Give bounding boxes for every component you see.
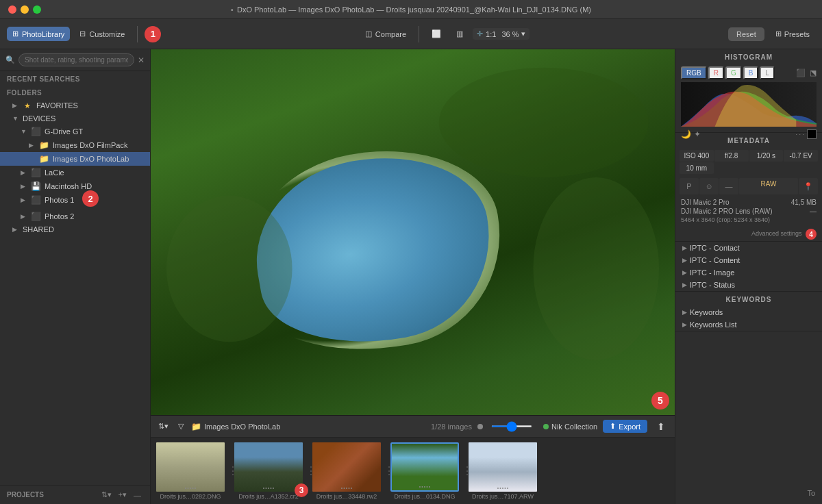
projects-add-button[interactable]: +▾ [116, 490, 129, 500]
iptc-status-item[interactable]: ▶ IPTC - Status [675, 279, 822, 291]
histogram-svg [681, 82, 817, 127]
iptc-contact-item[interactable]: ▶ IPTC - Contact [675, 242, 822, 254]
filmpack-icon: 📁 [39, 140, 49, 150]
gdrive-item[interactable]: ▼ ⬛ G-Drive GT [0, 125, 150, 138]
folders-header: FOLDERS [0, 85, 150, 99]
meta-face-button[interactable]: ☺ [699, 178, 719, 194]
thumb-label-4: Droits jus…0134.DNG [394, 493, 455, 500]
projects-sort-button[interactable]: ⇅▾ [99, 490, 114, 500]
export-button[interactable]: ⬆ Export [603, 420, 647, 433]
hist-tab-g[interactable]: G [725, 66, 742, 79]
minimize-button[interactable] [21, 5, 29, 14]
meta-p-button[interactable]: P [680, 178, 699, 194]
view-mode-icon: ▥ [456, 29, 463, 38]
photos1-icon: ⬛ [31, 195, 40, 205]
filmstrip: ⇅▾ ▽ 📁 Images DxO PhotoLab 1/28 images N… [151, 415, 675, 504]
photo-library-tab[interactable]: ⊞ PhotoLibrary [7, 27, 70, 41]
hist-tab-r[interactable]: R [708, 66, 724, 79]
hist-star-button[interactable]: ✦ [694, 129, 701, 139]
lacie-item[interactable]: ▶ ⬛ LaCie [0, 166, 150, 179]
hist-controls: 🌙 ✦ · · · [681, 129, 817, 139]
shared-item[interactable]: ▶ SHARED [0, 223, 150, 236]
iptc-content-item[interactable]: ▶ IPTC - Content [675, 254, 822, 266]
hist-range-dots: · · · [795, 131, 804, 138]
keywords-arrow: ▶ [682, 309, 687, 316]
right-panel: HISTOGRAM RGB R G B L ⬛ ⬔ [675, 49, 822, 504]
iptc-section: ▶ IPTC - Contact ▶ IPTC - Content ▶ IPTC… [675, 242, 822, 292]
metadata-section: METADATA ISO 400 f/2.8 1/20 s -0.7 EV 10… [675, 133, 822, 242]
iptc-image-arrow: ▶ [682, 269, 687, 276]
aerial-image [151, 49, 675, 415]
thumb-label-5: Droits jus…7107.ARW [472, 493, 534, 500]
macintosh-item[interactable]: ▶ 💾 Macintosh HD [0, 179, 150, 193]
photos2-item[interactable]: ▶ ⬛ Photos 2 [0, 210, 150, 223]
gdrive-arrow: ▼ [21, 128, 29, 135]
thumbnail-2[interactable]: ••••• 3 Droits jus…A1352.cr2 [234, 442, 303, 500]
lacie-arrow: ▶ [21, 169, 29, 176]
thumbnail-5[interactable]: ••••• Droits jus…7107.ARW [469, 442, 537, 500]
thumbnail-3[interactable]: ••••• Droits jus…33448.rw2 [312, 442, 381, 500]
filmstrip-toolbar: ⇅▾ ▽ 📁 Images DxO PhotoLab 1/28 images N… [151, 416, 675, 438]
customize-tab[interactable]: ⊟ Customize [74, 27, 130, 41]
meta-shutter: 1/20 s [749, 150, 784, 162]
compare-button[interactable]: ◫ Compare [360, 27, 412, 41]
hist-moon-button[interactable]: 🌙 [681, 129, 691, 139]
projects-more-button[interactable]: — [132, 490, 143, 500]
iptc-image-item[interactable]: ▶ IPTC - Image [675, 266, 822, 279]
badge-1: 1 [145, 26, 161, 42]
filmstrip-filter-button[interactable]: ▽ [176, 421, 186, 431]
thumb-img-1 [156, 442, 225, 492]
hist-tab-b[interactable]: B [743, 66, 759, 79]
sliders-icon: ⊟ [79, 29, 86, 38]
filmstrip-images: ••••• Droits jus…0282.DNG ⋮ ••••• 3 [151, 438, 675, 504]
thumb-label-3: Droits jus…33448.rw2 [316, 493, 377, 500]
favorites-arrow: ▶ [12, 102, 21, 109]
zoom-control: ✛ 1:1 36 % ▾ [473, 28, 530, 40]
zoom-slider[interactable] [491, 425, 532, 427]
thumb-img-3 [312, 442, 381, 492]
keywords-list-item[interactable]: ▶ Keywords List [675, 318, 822, 331]
share-button[interactable]: ⬆ [653, 420, 669, 433]
photo-library-label: PhotoLibrary [22, 30, 64, 38]
maximize-button[interactable] [33, 5, 41, 14]
advanced-settings-link[interactable]: Advanced settings 4 [675, 227, 822, 241]
thumbnail-1[interactable]: ••••• Droits jus…0282.DNG [156, 442, 225, 500]
thumb-img-4 [392, 444, 458, 490]
search-clear-button[interactable]: ✕ [138, 55, 145, 65]
devices-item[interactable]: ▼ DEVICES [0, 112, 150, 125]
image-overlay-svg [151, 49, 675, 415]
thumbnail-4[interactable]: ••••• Droits jus…0134.DNG [390, 442, 459, 500]
keywords-item[interactable]: ▶ Keywords [675, 306, 822, 318]
meta-dash-button[interactable]: — [719, 178, 738, 194]
projects-label: PROJECTS [7, 491, 44, 499]
presets-button[interactable]: ⊞ Presets [770, 27, 815, 41]
thumb-wrapper-3: ••••• [312, 442, 381, 492]
grid-icon: ⊞ [12, 29, 18, 38]
filmstrip-sort-button[interactable]: ⇅▾ [156, 421, 171, 431]
meta-location-button[interactable]: 📍 [799, 178, 818, 194]
hist-tab-l[interactable]: L [760, 66, 775, 79]
filmpack-item[interactable]: ▶ 📁 Images DxO FilmPack [0, 138, 150, 152]
thumb-separator-2: ⋮ [306, 464, 310, 477]
hist-tab-rgb[interactable]: RGB [681, 66, 707, 79]
view-toggle-button[interactable]: ⬜ [426, 27, 447, 41]
customize-label: Customize [89, 30, 125, 38]
search-input[interactable] [18, 53, 134, 66]
search-icon: 🔍 [5, 55, 15, 64]
zoom-dropdown-icon[interactable]: ▾ [521, 29, 525, 38]
shared-arrow: ▶ [12, 226, 21, 233]
badge-3: 3 [295, 483, 308, 497]
thumb-wrapper-2: ••••• 3 [234, 442, 303, 492]
reset-button[interactable]: Reset [728, 27, 764, 41]
close-button[interactable] [8, 5, 16, 14]
favorites-item[interactable]: ▶ ★ FAVORITES [0, 99, 150, 112]
filmpack-arrow: ▶ [29, 142, 37, 149]
photos1-item[interactable]: ▶ ⬛ Photos 1 [0, 193, 150, 207]
view-mode-button[interactable]: ▥ [451, 27, 469, 41]
view-icon: ⬜ [432, 29, 441, 38]
window-title: DxO PhotoLab — Images DxO PhotoLab — Dro… [237, 5, 591, 14]
slider-circle [477, 424, 483, 429]
meta-iso: ISO 400 [680, 150, 714, 162]
gdrive-icon: ⬛ [31, 127, 40, 136]
photolab-folder-item[interactable]: 📁 Images DxO PhotoLab [0, 152, 150, 166]
